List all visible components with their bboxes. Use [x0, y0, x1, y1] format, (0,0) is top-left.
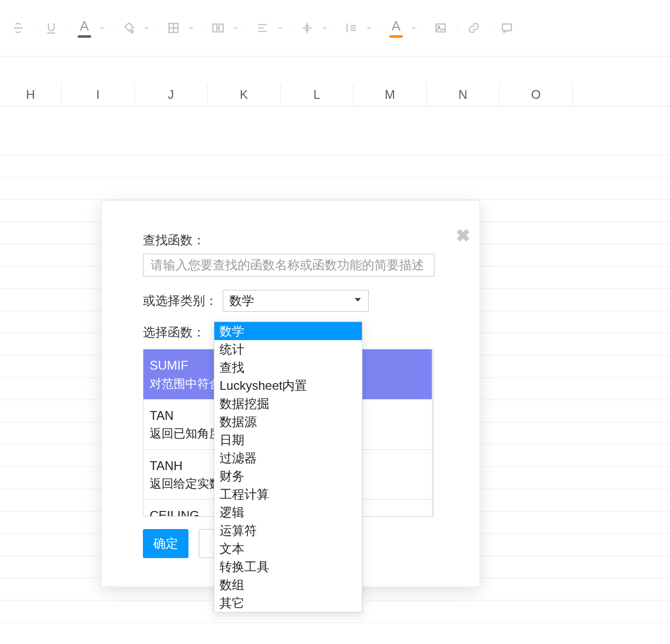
category-option[interactable]: 数组: [214, 576, 362, 594]
category-option[interactable]: 财务: [214, 467, 362, 485]
column-header[interactable]: K: [208, 83, 281, 106]
text-color2-icon: A: [386, 18, 406, 38]
svg-rect-2: [219, 24, 223, 32]
category-option[interactable]: 其它: [214, 594, 362, 612]
category-option[interactable]: 过滤器: [214, 449, 362, 467]
link-button[interactable]: [458, 18, 490, 38]
category-option[interactable]: 统计: [214, 340, 362, 358]
category-option[interactable]: Luckysheet内置: [214, 376, 362, 394]
comment-button[interactable]: [491, 18, 517, 38]
column-header[interactable]: H: [0, 83, 62, 106]
merge-dropdown-icon[interactable]: [232, 24, 239, 32]
category-select[interactable]: 数学: [223, 290, 369, 312]
category-option[interactable]: 文本: [214, 539, 362, 558]
category-option[interactable]: 工程计算: [214, 485, 362, 503]
comment-icon: [497, 18, 517, 38]
column-headers: HIJKLMNO: [0, 83, 670, 107]
fill-color-dropdown-icon[interactable]: [143, 24, 150, 32]
category-option[interactable]: 数据挖掘: [214, 394, 362, 413]
formatting-toolbar: A: [0, 0, 670, 56]
svg-rect-3: [436, 24, 445, 32]
border-all-icon: [164, 18, 183, 38]
column-header[interactable]: O: [500, 83, 573, 106]
merge-cells-icon: [208, 18, 228, 38]
valign-button[interactable]: [291, 18, 334, 38]
chevron-down-icon: [353, 294, 363, 308]
halign-dropdown-icon[interactable]: [276, 24, 284, 32]
category-selected-value: 数学: [229, 292, 254, 309]
fill-color-button[interactable]: [113, 18, 156, 38]
grid-row[interactable]: [0, 623, 670, 644]
align-left-icon: [253, 18, 272, 38]
svg-rect-1: [213, 24, 217, 32]
font-color-button[interactable]: A: [68, 18, 112, 38]
indent-button[interactable]: [336, 18, 379, 38]
category-option[interactable]: 逻辑: [214, 503, 362, 521]
strikethrough-button[interactable]: [2, 18, 34, 38]
column-header[interactable]: J: [135, 83, 208, 106]
underline-button[interactable]: [35, 18, 67, 38]
align-middle-icon: [297, 18, 317, 38]
border-dropdown-icon[interactable]: [187, 24, 195, 32]
ok-button[interactable]: 确定: [143, 529, 188, 558]
strikethrough-icon: [8, 18, 28, 38]
category-label: 或选择类别：: [143, 292, 217, 309]
close-icon[interactable]: ✖: [456, 227, 470, 244]
border-button[interactable]: [157, 18, 201, 38]
grid-row[interactable]: [0, 133, 670, 155]
link-icon: [464, 18, 484, 38]
svg-rect-5: [502, 24, 511, 31]
search-placeholder: 请输入您要查找的函数名称或函数功能的简要描述: [151, 257, 424, 273]
column-header[interactable]: M: [354, 83, 427, 106]
category-option[interactable]: 日期: [214, 431, 362, 449]
font-color-dropdown-icon[interactable]: [98, 24, 106, 32]
text-color2-dropdown-icon[interactable]: [410, 24, 417, 32]
column-header[interactable]: L: [281, 83, 354, 106]
valign-dropdown-icon[interactable]: [321, 24, 328, 32]
grid-row[interactable]: [0, 178, 670, 200]
underline-icon: [41, 18, 61, 38]
spreadsheet-grid[interactable]: HIJKLMNO ✖ 查找函数： 请输入您要查找的函数名称或函数功能的简要描述 …: [0, 83, 670, 644]
text-color2-button[interactable]: A: [380, 18, 424, 38]
image-button[interactable]: [425, 18, 457, 38]
paint-bucket-icon: [119, 18, 139, 38]
image-icon: [431, 18, 450, 38]
search-input[interactable]: 请输入您要查找的函数名称或函数功能的简要描述: [143, 254, 434, 276]
find-function-label: 查找函数：: [143, 232, 438, 248]
category-dropdown[interactable]: 数学统计查找Luckysheet内置数据挖掘数据源日期过滤器财务工程计算逻辑运算…: [214, 321, 362, 612]
merge-button[interactable]: [202, 18, 245, 38]
column-header[interactable]: I: [62, 83, 135, 106]
indent-left-icon: [342, 18, 361, 38]
category-option[interactable]: 查找: [214, 358, 362, 376]
category-option[interactable]: 数学: [214, 322, 362, 340]
grid-row[interactable]: [0, 155, 670, 178]
halign-button[interactable]: [246, 18, 290, 38]
font-color-icon: A: [75, 18, 94, 38]
indent-dropdown-icon[interactable]: [366, 24, 373, 32]
category-option[interactable]: 数据源: [214, 413, 362, 431]
category-option[interactable]: 转换工具: [214, 558, 362, 576]
column-header[interactable]: N: [427, 83, 500, 106]
category-option[interactable]: 运算符: [214, 521, 362, 539]
